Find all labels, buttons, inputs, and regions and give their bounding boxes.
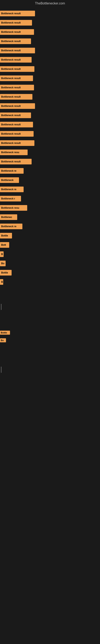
bar-label: Bottleneck re	[1, 225, 16, 228]
bottleneck-bar: Bottleneck result	[0, 131, 34, 137]
bar-label: Bottleneck result	[1, 40, 21, 43]
bottleneck-bar: B	[0, 251, 3, 257]
bar-row: Bottleneck result	[0, 64, 100, 74]
site-title-container: TheBottlenecker.com	[0, 0, 100, 7]
bottleneck-bar: Bottleneck result	[0, 29, 34, 35]
bar-label: Bottleneck result	[1, 12, 21, 15]
bottleneck-bar: Bottleneck result	[0, 122, 33, 128]
bar-row: Bottleneck result	[0, 74, 100, 83]
bottleneck-bar: Bottleneck re	[0, 186, 24, 192]
bottleneck-bar: B	[0, 279, 3, 285]
bar-label: Bottleneck result	[1, 142, 21, 144]
small-bar-label: Bo	[1, 339, 4, 342]
bar-row: Bottleneck result	[0, 138, 100, 148]
small-bar-row: Bo	[0, 337, 100, 344]
bar-row: Bottleneck result	[0, 37, 100, 46]
bar-label: Bottleneck result	[1, 123, 21, 126]
bar-label: Bottleneck result	[1, 30, 21, 34]
bottleneck-bar: Bottleneck	[0, 177, 19, 183]
bar-row: Bottleneck result	[0, 46, 100, 55]
bar-row: Bottleneck re	[0, 185, 100, 194]
bottleneck-bar: Bottleneck result	[0, 103, 35, 109]
bottleneck-bar: Bottleneck re	[0, 168, 24, 174]
bar-row: Bottleneck result	[0, 83, 100, 92]
bar-label: Bottleneck result	[1, 105, 21, 108]
bar-row: Bottle	[0, 268, 100, 277]
empty-space-2	[0, 311, 100, 327]
bottleneck-bar: Bottleneck resu	[0, 205, 27, 211]
bar-label: Bottleneck result	[1, 77, 21, 80]
bar-row: Bottleneck result	[0, 111, 100, 120]
bottleneck-bar: Bottleneck result	[0, 38, 31, 44]
cursor-row	[0, 303, 100, 311]
bar-label: Bottleneck re	[1, 188, 16, 191]
bottleneck-bar: Bottleneck result	[0, 76, 33, 81]
bar-row: Bottleneck result	[0, 9, 100, 18]
bar-row: Bottleneck result	[0, 55, 100, 64]
bars-container: Bottleneck result Bottleneck result Bott…	[0, 7, 100, 376]
bar-label: B	[1, 280, 3, 283]
bottleneck-bar: Bottleneck result	[0, 140, 34, 146]
bar-row: Bo	[0, 259, 100, 268]
bar-row: Bottleneck	[0, 176, 100, 185]
bottom-cursor-line	[1, 367, 1, 373]
bar-row: Bottle	[0, 231, 100, 240]
bottleneck-bar: Bottleneck result	[0, 20, 32, 26]
bar-label: Bottleneck result	[1, 96, 21, 98]
small-bottleneck-bar: Bo	[0, 338, 6, 342]
bar-label: Bottleneck result	[1, 86, 21, 89]
bar-row: Bottleneck result	[0, 120, 100, 129]
bar-row: Bottleneck result	[0, 102, 100, 111]
bar-row: Bottlenec	[0, 212, 100, 222]
bar-row: Bottleneck result	[0, 27, 100, 37]
bar-row: B	[0, 250, 100, 259]
bar-label: Bottleneck result	[1, 160, 21, 163]
bottleneck-bar: Bottleneck result	[0, 11, 35, 16]
bottleneck-bar: Bottle	[0, 270, 12, 276]
bottleneck-bar: Bottleneck result	[0, 112, 31, 118]
bottom-space	[0, 346, 100, 366]
bar-row: Bottleneck result	[0, 92, 100, 102]
bar-label: Bottleneck result	[1, 132, 21, 135]
bar-row: B	[0, 277, 100, 286]
bar-label: B	[1, 253, 3, 256]
bottleneck-bar: Bott	[0, 242, 9, 248]
bottleneck-bar: Bottleneck resu	[0, 150, 28, 155]
bar-label: Bo	[1, 262, 4, 265]
bar-label: Bottleneck result	[1, 58, 21, 61]
bottleneck-bar: Bottleneck result	[0, 57, 32, 62]
bar-label: Bottleneck result	[1, 68, 21, 70]
bar-label: Bottleneck r	[1, 197, 15, 200]
bottleneck-bar: Bottleneck r	[0, 196, 21, 202]
bottleneck-bar: Bottleneck re	[0, 224, 22, 229]
bar-label: Bottleneck result	[1, 49, 21, 52]
bar-row: Bottleneck re	[0, 222, 100, 231]
bottom-cursor-row	[0, 366, 100, 374]
small-bar-label: Bottle	[1, 332, 7, 334]
site-title: TheBottlenecker.com	[0, 0, 100, 7]
empty-space	[0, 286, 100, 303]
bar-row: Bottleneck resu	[0, 148, 100, 157]
bar-label: Bottle	[1, 234, 8, 237]
bottleneck-bar: Bottleneck result	[0, 85, 34, 90]
bar-label: Bottleneck	[1, 179, 13, 182]
bar-label: Bottlenec	[1, 216, 12, 218]
bar-row: Bottleneck result	[0, 157, 100, 166]
bar-row: Bottleneck result	[0, 129, 100, 138]
bar-label: Bottleneck result	[1, 114, 21, 117]
bar-label: Bottleneck resu	[1, 151, 19, 154]
bar-row: Bottleneck resu	[0, 203, 100, 212]
cursor-line	[1, 304, 1, 310]
bar-label: Bottleneck result	[1, 21, 21, 24]
bottleneck-bar: Bottleneck result	[0, 159, 32, 164]
bottleneck-bar: Bottle	[0, 233, 12, 238]
bottleneck-bar: Bottleneck result	[0, 48, 35, 53]
small-bar-row: Bottle	[0, 329, 100, 336]
bar-row: Bottleneck r	[0, 194, 100, 203]
bar-row: Bottleneck re	[0, 166, 100, 176]
bottleneck-bar: Bottleneck result	[0, 66, 34, 72]
small-bottleneck-bar: Bottle	[0, 331, 10, 335]
bottleneck-bar: Bottleneck result	[0, 94, 32, 100]
bar-label: Bottleneck resu	[1, 206, 19, 209]
bar-label: Bottleneck re	[1, 170, 16, 172]
